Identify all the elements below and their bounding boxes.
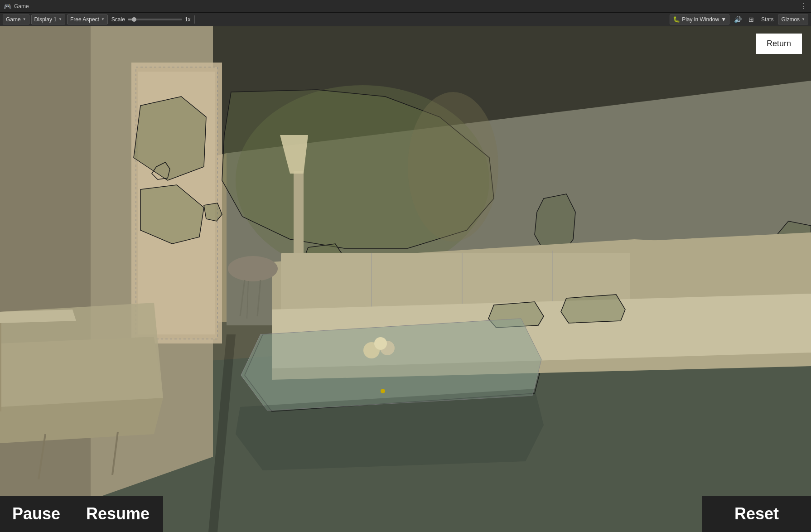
scale-label: Scale (111, 16, 125, 23)
bottom-buttons: Pause Resume Reset (0, 496, 811, 532)
layout-icon[interactable]: ⊞ (746, 15, 757, 24)
gizmos-dropdown[interactable]: Gizmos ▼ (778, 15, 808, 24)
aspect-label: Free Aspect (70, 16, 99, 23)
pause-button[interactable]: Pause (0, 496, 72, 532)
play-dropdown-arrow: ▼ (721, 16, 726, 23)
toolbar-right: 🐛 Play in Window ▼ 🔊 ⊞ Stats Gizmos ▼ (670, 15, 808, 24)
title-bar: 🎮 Game ⋮ (0, 0, 811, 13)
scale-value: 1x (185, 16, 191, 23)
svg-point-19 (408, 92, 498, 242)
display-dropdown-arrow: ▼ (58, 17, 62, 21)
game-view: Return Pause Resume Reset (0, 26, 811, 532)
game-icon: 🎮 (4, 3, 11, 10)
display-dropdown[interactable]: Display 1 ▼ (31, 15, 65, 24)
svg-point-47 (381, 389, 385, 393)
svg-marker-36 (561, 295, 625, 323)
bottom-spacer (163, 496, 702, 532)
kebab-menu-icon[interactable]: ⋮ (800, 2, 807, 10)
play-in-window-label: Play in Window (682, 16, 719, 23)
gizmos-dropdown-arrow: ▼ (801, 17, 805, 21)
aspect-dropdown[interactable]: Free Aspect ▼ (67, 15, 108, 24)
display-label: Display 1 (34, 16, 57, 23)
gizmos-label: Gizmos (781, 16, 800, 23)
scale-thumb[interactable] (132, 17, 136, 22)
audio-icon[interactable]: 🔊 (732, 15, 743, 24)
window-title: Game (14, 3, 29, 10)
game-dropdown[interactable]: Game ▼ (3, 15, 29, 24)
svg-rect-41 (294, 171, 304, 253)
scale-control: Scale 1x (111, 16, 191, 23)
svg-marker-53 (0, 310, 76, 323)
scene-svg (0, 26, 811, 532)
game-label: Game (6, 16, 21, 23)
game-dropdown-arrow: ▼ (23, 17, 26, 21)
reset-button[interactable]: Reset (702, 496, 811, 532)
bug-icon: 🐛 (673, 16, 680, 23)
toolbar: Game ▼ Display 1 ▼ Free Aspect ▼ Scale 1… (0, 13, 811, 26)
toolbar-separator (194, 15, 195, 24)
scale-slider[interactable] (128, 19, 182, 20)
svg-marker-9 (0, 26, 91, 532)
return-button[interactable]: Return (756, 34, 802, 54)
resume-button[interactable]: Resume (72, 496, 163, 532)
play-in-window-dropdown[interactable]: 🐛 Play in Window ▼ (670, 15, 729, 24)
svg-point-37 (228, 256, 278, 281)
svg-point-46 (374, 337, 387, 350)
stats-button[interactable]: Stats (759, 15, 775, 24)
aspect-dropdown-arrow: ▼ (101, 17, 105, 21)
